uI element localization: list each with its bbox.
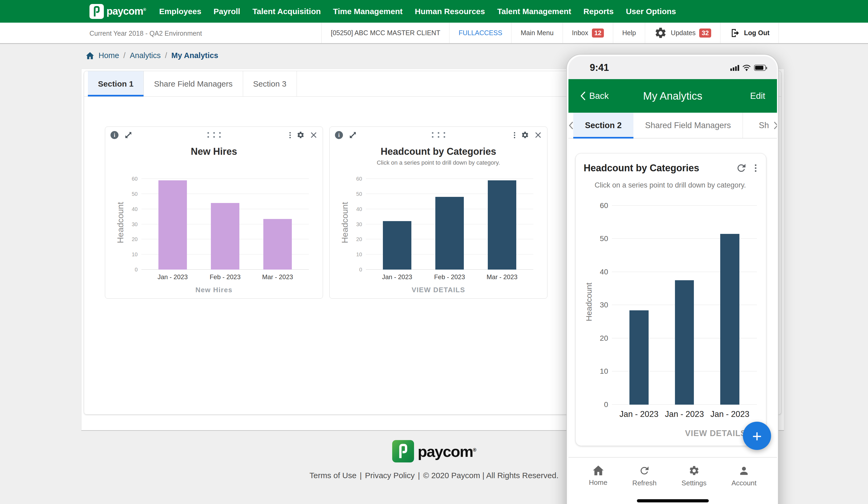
nav-item-talent-acquisition[interactable]: Talent Acquisition: [252, 7, 321, 16]
chart-bar-3[interactable]: [488, 180, 516, 270]
main-menu-label: Main Menu: [520, 29, 554, 37]
gear-icon[interactable]: [521, 131, 529, 139]
y-tick-label: 50: [356, 191, 362, 197]
chart-bar-2[interactable]: [675, 280, 694, 405]
mobile-nav-settings[interactable]: Settings: [682, 465, 707, 504]
bars-group: [612, 199, 757, 405]
chart-bar-2[interactable]: [435, 197, 464, 270]
home-icon[interactable]: [86, 52, 94, 60]
mobile-app-header: Back My Analytics Edit: [568, 79, 777, 113]
terms-of-use-link[interactable]: Terms of Use: [309, 471, 356, 480]
mobile-tab-next-partial[interactable]: Sh: [743, 113, 777, 138]
main-menu-button[interactable]: Main Menu: [511, 23, 562, 43]
nav-item-employees[interactable]: Employees: [159, 7, 201, 16]
breadcrumb-home[interactable]: Home: [99, 51, 119, 60]
y-axis-label: Headcount: [339, 176, 350, 270]
edit-button[interactable]: Edit: [750, 91, 765, 101]
mobile-nav-account[interactable]: Account: [731, 465, 756, 504]
access-label: FULLACCESS: [458, 29, 502, 37]
nav-item-time-management[interactable]: Time Management: [333, 7, 403, 16]
breadcrumb-analytics[interactable]: Analytics: [130, 51, 161, 60]
bar-slot: [707, 199, 753, 405]
expand-icon[interactable]: [349, 131, 357, 139]
nav-item-reports[interactable]: Reports: [583, 7, 613, 16]
close-icon[interactable]: [310, 131, 317, 139]
privacy-policy-link[interactable]: Privacy Policy: [365, 471, 415, 480]
paycom-logo-icon: [392, 440, 414, 462]
nav-item-human-resources[interactable]: Human Resources: [415, 7, 485, 16]
back-label: Back: [589, 91, 609, 101]
environment-label: Current Year 2018 - QA2 Environment: [90, 30, 202, 37]
client-name: [05250] ABC MCC MASTER CLIENT: [331, 29, 440, 37]
paycom-logo[interactable]: paycom®: [90, 4, 146, 19]
kebab-menu-icon[interactable]: [289, 132, 291, 139]
mobile-tab-shared-field-managers[interactable]: Shared Field Managers: [633, 113, 743, 138]
back-button[interactable]: Back: [580, 91, 609, 101]
chart-area: Headcount0102030405060Jan - 2023Feb - 20…: [115, 176, 309, 281]
chart-bar-1[interactable]: [629, 310, 649, 405]
nav-item-user-options[interactable]: User Options: [626, 7, 676, 16]
tab-label: Section 3: [253, 79, 287, 89]
info-icon[interactable]: i: [111, 131, 118, 139]
y-tick-label: 30: [356, 221, 362, 227]
inbox-button[interactable]: Inbox 12: [562, 23, 613, 43]
tab-label: Section 2: [585, 121, 622, 130]
paycom-wordmark: paycom®: [106, 6, 146, 17]
y-tick-label: 60: [132, 176, 138, 182]
bar-slot: [662, 199, 707, 405]
view-details-link[interactable]: VIEW DETAILS: [583, 429, 757, 438]
mobile-section-tabs: Section 2 Shared Field Managers Sh: [568, 113, 777, 138]
updates-button[interactable]: Updates 32: [645, 23, 720, 43]
kebab-menu-icon[interactable]: [513, 132, 516, 139]
access-level[interactable]: FULLACCESS: [449, 23, 511, 43]
drag-handle-icon[interactable]: [207, 132, 221, 138]
chart-bar-2[interactable]: [211, 203, 239, 270]
tabs-scroll-left-chevron-icon[interactable]: [568, 113, 573, 138]
tab-section-1[interactable]: Section 1: [88, 71, 144, 96]
top-navigation-bar: paycom® Employees Payroll Talent Acquisi…: [0, 0, 868, 23]
info-icon[interactable]: i: [335, 131, 343, 139]
x-tick-label: Mar - 2023: [476, 273, 528, 281]
signal-icon: [730, 64, 739, 71]
home-indicator[interactable]: [637, 499, 709, 502]
copyright-text: © 2020 Paycom | All Rights Reserved.: [423, 471, 558, 480]
chart-title: Headcount by Categories: [583, 163, 699, 174]
chart-plot-area: [141, 176, 309, 270]
mobile-nav-refresh[interactable]: Refresh: [632, 465, 657, 504]
tab-section-3[interactable]: Section 3: [243, 71, 297, 96]
widget-new-hires: i: [105, 126, 323, 299]
nav-item-payroll[interactable]: Payroll: [214, 7, 240, 16]
tab-share-field-managers[interactable]: Share Field Managers: [144, 71, 243, 96]
chart-bar-1[interactable]: [383, 221, 411, 270]
y-axis-ticks: 0102030405060: [350, 176, 366, 270]
mobile-bottom-nav: Home Refresh Settings Account: [568, 457, 777, 504]
add-widget-fab[interactable]: +: [743, 422, 771, 450]
widget-headcount-by-categories: i: [329, 126, 547, 299]
refresh-icon[interactable]: [736, 163, 747, 174]
gear-icon[interactable]: [297, 131, 304, 139]
y-tick-label: 30: [600, 301, 608, 309]
client-selector[interactable]: [05250] ABC MCC MASTER CLIENT: [321, 23, 449, 43]
y-tick-label: 50: [132, 191, 138, 197]
view-details-link[interactable]: VIEW DETAILS: [330, 286, 547, 294]
chart-bar-3[interactable]: [720, 234, 740, 405]
kebab-menu-icon[interactable]: [754, 164, 757, 172]
nav-item-talent-management[interactable]: Talent Management: [497, 7, 571, 16]
close-icon[interactable]: [534, 131, 542, 139]
chart-legend[interactable]: New Hires: [105, 286, 323, 294]
widget-toolbar: i: [111, 131, 317, 139]
chart-bar-3[interactable]: [264, 219, 291, 270]
toolbar-right-group: [05250] ABC MCC MASTER CLIENT FULLACCESS…: [321, 23, 779, 43]
drag-handle-icon[interactable]: [432, 132, 445, 138]
help-button[interactable]: Help: [613, 23, 645, 43]
expand-icon[interactable]: [124, 131, 132, 139]
x-axis-labels: Jan - 2023Jan - 2023Jan - 2023: [612, 409, 757, 419]
chart-plot-area: [366, 176, 533, 270]
chart-bar-1[interactable]: [158, 180, 187, 270]
tab-label: Shared Field Managers: [645, 121, 731, 130]
y-axis-ticks: 0102030405060: [126, 176, 141, 270]
mobile-tab-section-2[interactable]: Section 2: [573, 113, 633, 138]
x-tick-label: Jan - 2023: [616, 409, 662, 419]
logout-button[interactable]: Log Out: [720, 23, 779, 43]
mobile-nav-home[interactable]: Home: [589, 465, 607, 504]
